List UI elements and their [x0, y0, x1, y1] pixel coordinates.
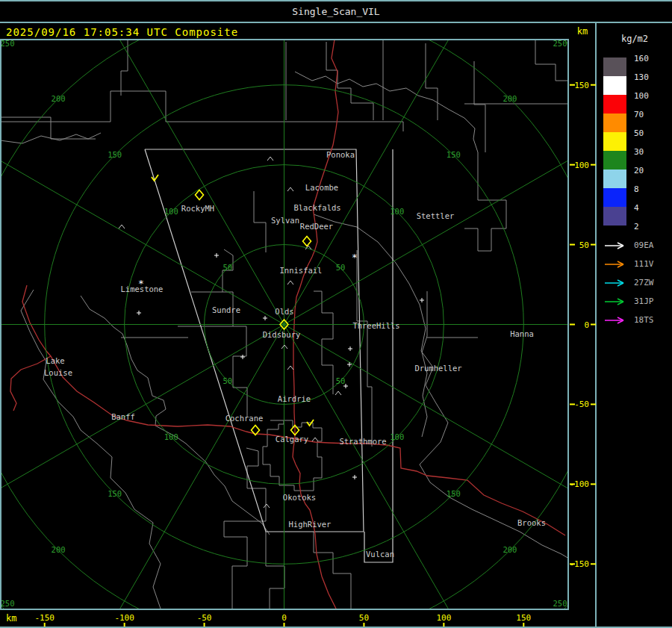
site-id-label: 09EA: [634, 240, 667, 251]
bottom-axis-unit-label: km: [6, 613, 16, 624]
radar-site-diamond-icon: [196, 190, 204, 200]
radar-site-diamond-icon: [303, 237, 311, 246]
city-label: Lake: [46, 356, 64, 365]
azimuth-line: [75, 325, 284, 628]
right-axis-tick: [591, 244, 596, 246]
city-label: Stettler: [417, 211, 455, 220]
site-arrow-icon: [603, 316, 629, 325]
city-label: HighRiver: [289, 520, 332, 529]
city-label: Sundre: [212, 305, 240, 314]
right-axis-tick: [570, 244, 575, 246]
boundary-line: [0, 117, 96, 139]
map-layers: 5050505010010010010015015015015020020020…: [0, 0, 597, 628]
legend-color-swatch: [603, 132, 626, 151]
ring-distance-label: 250: [553, 599, 567, 608]
coverage-outline: [364, 149, 393, 562]
city-label: Drumheller: [414, 364, 461, 373]
legend-color-swatch: [603, 114, 626, 132]
ring-distance-label: 50: [223, 263, 233, 272]
city-label: Okotoks: [283, 493, 316, 502]
city-label: Airdrie: [278, 394, 311, 403]
right-axis-tick-label: 150: [574, 81, 589, 90]
boundary-line: [263, 420, 322, 491]
ring-distance-label: 50: [336, 263, 346, 272]
city-label: Louise: [44, 368, 72, 377]
right-axis-tick: [570, 84, 575, 86]
ring-distance-label: 200: [52, 545, 66, 554]
ring-distance-label: 50: [336, 376, 346, 385]
bottom-axis-tick-label: -150: [34, 613, 55, 623]
caret-marker: [312, 438, 318, 441]
site-id-label: 27ZW: [634, 278, 667, 288]
legend-scale-value: 70: [634, 110, 667, 120]
city-label: RedDeer: [300, 222, 333, 231]
city-label: Banff: [111, 412, 135, 421]
city-label: Calgary: [276, 435, 308, 444]
boundary-line: [233, 326, 247, 417]
legend-scale-value: 50: [634, 128, 667, 139]
right-axis-tick-label: 50: [579, 240, 589, 250]
site-arrow-icon: [603, 279, 629, 287]
site-arrow-icon: [603, 297, 629, 306]
site-id-label: 18TS: [634, 315, 667, 326]
site-arrow-icon: [603, 260, 629, 269]
city-label: Sylvan: [271, 216, 299, 225]
legend-scale-value: 20: [634, 166, 667, 176]
ring-distance-label: 200: [503, 94, 517, 103]
ring-distance-label: 100: [164, 207, 178, 216]
highway-line: [10, 356, 51, 411]
ring-distance-label: 150: [447, 489, 461, 498]
city-label: Cochrane: [225, 414, 264, 423]
boundary-line: [464, 152, 506, 251]
ring-distance-label: 200: [503, 545, 517, 554]
legend-scale-value: 4: [634, 203, 667, 214]
right-axis-tick: [591, 403, 596, 405]
legend-panel: kg/m2 16013010070503020842 09EA111V27ZW3…: [597, 23, 672, 627]
ring-distance-label: 150: [108, 489, 122, 498]
right-axis-tick: [591, 324, 596, 326]
city-label: Olds: [275, 307, 293, 316]
city-label: Limestone: [121, 285, 164, 293]
boundary-line: [266, 532, 284, 609]
city-label: Ponoka: [326, 150, 355, 159]
city-label: ThreeHills: [352, 321, 399, 330]
right-axis-tick: [591, 84, 596, 86]
right-axis-tick-label: 100: [574, 161, 589, 170]
boundary-line: [254, 191, 266, 252]
legend-color-swatch: [603, 188, 626, 207]
right-axis-tick: [570, 563, 575, 565]
legend-scale-value: 160: [634, 54, 667, 64]
caret-marker: [287, 281, 293, 285]
azimuth-line: [284, 0, 494, 325]
city-label: Lacombe: [305, 183, 338, 192]
right-axis-tick-label: 0: [584, 320, 589, 330]
bottom-axis-tick-label: 50: [359, 613, 369, 623]
right-axis-tick: [570, 483, 575, 485]
site-arrow-icon: [603, 241, 629, 250]
legend-scale-value: 130: [634, 72, 667, 83]
boundary-line: [426, 43, 438, 120]
legend-scale-value: 8: [634, 184, 667, 195]
site-id-label: 111V: [634, 259, 667, 270]
legend-scale-value: 2: [634, 222, 667, 232]
boundary-line: [314, 532, 351, 609]
right-axis-tick-label: -50: [574, 400, 589, 409]
scan-timestamp: 2025/09/16 17:05:34 UTC Composite: [6, 26, 238, 38]
caret-marker: [335, 391, 341, 395]
checkmark-marker-icon: [152, 175, 158, 181]
legend-scale-value: 100: [634, 91, 667, 102]
ring-distance-label: 100: [390, 207, 404, 216]
right-axis-unit-label: km: [570, 26, 595, 37]
caret-marker: [264, 504, 270, 508]
legend-color-swatch: [603, 57, 626, 76]
right-axis-tick: [591, 164, 596, 166]
ring-distance-label: 100: [164, 432, 178, 441]
legend-color-swatch: [603, 207, 626, 226]
city-label: Didsbury: [263, 330, 301, 339]
city-label: RockyMH: [181, 204, 214, 213]
bottom-axis-tick-label: -100: [114, 613, 134, 623]
legend-unit-label: kg/m2: [597, 34, 672, 44]
legend-color-swatch: [603, 151, 626, 170]
radar-map[interactable]: 5050505010010010010015015015015020020020…: [0, 0, 597, 628]
bottom-axis-tick-label: -50: [197, 613, 212, 623]
